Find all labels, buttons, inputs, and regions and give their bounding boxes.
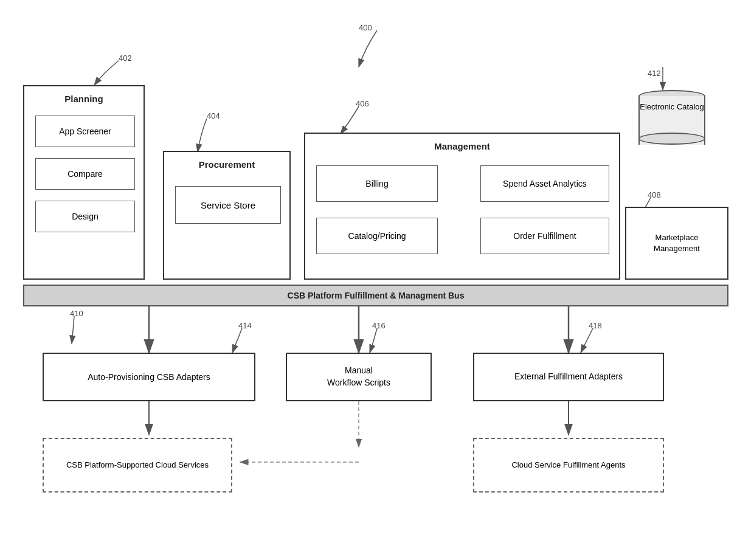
billing-box: Billing xyxy=(316,165,438,202)
auto-provisioning-box: Auto-Provisioning CSB Adapters xyxy=(43,353,255,401)
manual-workflow-box: ManualWorkflow Scripts xyxy=(286,353,432,401)
service-store-label: Service Store xyxy=(201,200,255,210)
csb-cloud-box: CSB Platform-Supported Cloud Services xyxy=(43,438,232,493)
external-fulfillment-box: External Fulfillment Adapters xyxy=(473,353,664,401)
planning-box: Planning App Screener Compare Design xyxy=(23,85,145,280)
ref-400: 400 xyxy=(359,23,372,32)
compare-box: Compare xyxy=(35,158,135,190)
app-screener-box: App Screener xyxy=(35,116,135,147)
cloud-agents-label: Cloud Service Fulfillment Agents xyxy=(511,459,625,471)
manual-workflow-label: ManualWorkflow Scripts xyxy=(327,365,390,389)
app-screener-label: App Screener xyxy=(59,126,111,136)
bus-label: CSB Platform Fulfillment & Managment Bus xyxy=(288,291,465,300)
csb-bus-bar: CSB Platform Fulfillment & Managment Bus xyxy=(23,285,728,306)
service-store-box: Service Store xyxy=(175,186,281,224)
external-fulfillment-label: External Fulfillment Adapters xyxy=(514,371,623,383)
ref-416: 416 xyxy=(372,321,386,330)
management-box: Management Billing Spend Asset Analytics… xyxy=(304,133,620,280)
catalog-pricing-box: Catalog/Pricing xyxy=(316,218,438,254)
ref-404: 404 xyxy=(207,111,220,120)
design-box: Design xyxy=(35,201,135,232)
ref-402: 402 xyxy=(119,54,132,63)
ref-414: 414 xyxy=(238,321,252,330)
order-fulfillment-label: Order Fulfillment xyxy=(513,231,576,241)
procurement-box: Procurement Service Store xyxy=(163,151,291,280)
patent-diagram: 400 402 404 406 412 408 410 414 416 418 … xyxy=(0,0,754,560)
management-title: Management xyxy=(305,141,619,151)
ref-408: 408 xyxy=(648,190,661,199)
order-fulfillment-box: Order Fulfillment xyxy=(480,218,609,254)
ref-410: 410 xyxy=(70,309,83,318)
planning-title: Planning xyxy=(24,94,144,104)
compare-label: Compare xyxy=(67,169,103,179)
procurement-title: Procurement xyxy=(164,159,289,170)
auto-provisioning-label: Auto-Provisioning CSB Adapters xyxy=(88,372,210,382)
catalog-pricing-label: Catalog/Pricing xyxy=(348,231,406,241)
ref-418: 418 xyxy=(589,321,602,330)
ref-412: 412 xyxy=(648,69,661,78)
electronic-catalog-label: Electronic Catalog xyxy=(638,102,705,111)
ref-406: 406 xyxy=(356,99,369,108)
marketplace-label: MarketplaceManagement xyxy=(654,232,700,254)
billing-label: Billing xyxy=(365,179,388,188)
csb-cloud-label: CSB Platform-Supported Cloud Services xyxy=(66,459,209,471)
marketplace-box: MarketplaceManagement xyxy=(625,207,728,280)
spend-asset-label: Spend Asset Analytics xyxy=(503,179,587,188)
cloud-agents-box: Cloud Service Fulfillment Agents xyxy=(473,438,664,493)
design-label: Design xyxy=(72,212,99,221)
spend-asset-box: Spend Asset Analytics xyxy=(480,165,609,202)
